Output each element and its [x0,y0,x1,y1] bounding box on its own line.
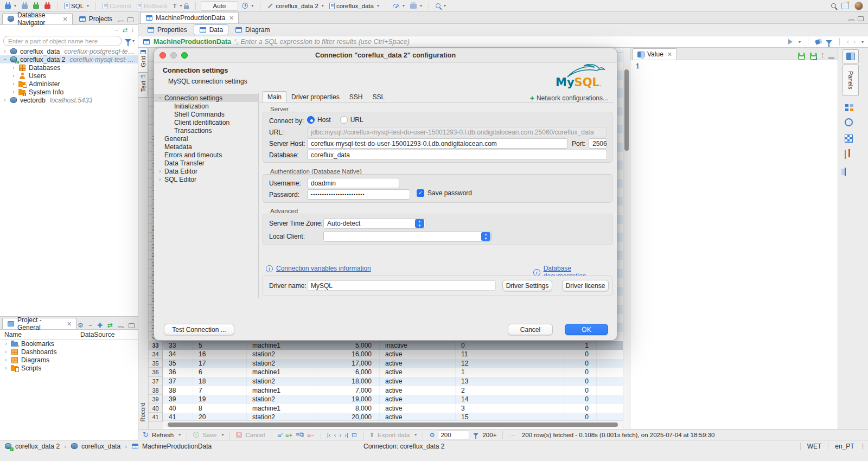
kebab-menu-icon[interactable]: ⁞ [822,52,824,60]
active-database-combo[interactable]: coreflux_data▾ [328,1,381,11]
table-cell[interactable]: 7 [193,386,247,395]
cell-value-text[interactable]: 1 [630,60,838,72]
breadcrumb-item[interactable]: coreflux_data 2 [15,443,60,450]
sql-filter-input[interactable]: Enter a SQL expression to filter results… [240,38,409,46]
server-host-field[interactable]: coreflux-mysql-test-do-user-15001293-0.l… [307,138,567,149]
table-cell[interactable]: active [380,404,456,413]
local-client-select[interactable]: ▲▼ [323,231,492,242]
edit-row-icon[interactable]: ≡⁄ [277,432,282,438]
timezone-indicator[interactable]: WET [800,443,828,450]
subtab-diagram[interactable]: Diagram [229,24,275,35]
table-cell[interactable]: 38 [163,386,193,395]
server-timezone-select[interactable]: Auto-detect▲▼ [323,218,425,229]
close-window-button[interactable] [159,52,166,59]
dialog-tab-ssh[interactable]: SSH [344,91,368,103]
table-cell[interactable]: active [380,359,456,368]
object-filter-input[interactable] [3,36,122,46]
search-button[interactable]: ▾ [434,1,448,11]
table-cell[interactable]: active [380,395,456,404]
tree-chevron-icon[interactable]: › [3,365,9,371]
refresh-button[interactable]: Refresh [152,432,174,438]
minimize-icon[interactable] [118,326,124,328]
commit-button[interactable]: Commit [101,1,133,11]
table-cell[interactable]: station2 [247,395,315,404]
table-cell[interactable]: 0 [564,350,597,359]
maximize-icon[interactable] [129,323,135,328]
fetch-size-input[interactable]: 200 [438,431,469,439]
close-icon[interactable]: ✕ [229,15,234,22]
expand-icon[interactable]: ✚ [97,322,103,329]
new-connection-button[interactable]: ▾ [3,1,18,11]
entity-name[interactable]: MachineProductionData [154,38,231,46]
duplicate-row-icon[interactable]: ≡⧉ [296,431,304,438]
dialog-tab-driver-properties[interactable]: Driver properties [286,91,344,103]
rollback-button[interactable]: Rollback [135,1,169,11]
minimize-icon[interactable] [118,21,124,22]
url-radio[interactable] [340,116,348,124]
table-cell[interactable]: 12 [456,359,564,368]
tree-chevron-icon[interactable]: › [157,95,163,101]
tab-projects[interactable]: Projects [74,13,117,24]
table-cell[interactable]: 0 [564,395,597,404]
dialog-nav-sql-editor[interactable]: ›SQL Editor [154,175,258,183]
password-field[interactable]: •••••••••••••••••••••••• [307,189,410,200]
collapse-icon[interactable]: − [88,322,92,329]
connection-variables-link[interactable]: Connection variables information [276,265,371,272]
dialog-nav-connection-settings[interactable]: ›Connection settings [154,94,258,102]
perspective-button[interactable] [840,1,851,11]
gear-icon[interactable]: ⚙ [78,322,84,329]
tree-item-coreflux-data[interactable]: ›coreflux_datacoreflux-postgresql-test-.… [0,47,138,55]
chevron-down-icon[interactable]: ▾ [799,40,801,44]
table-cell[interactable]: 0 [456,341,564,350]
table-cell[interactable]: active [380,350,456,359]
project-item-dashboards[interactable]: ›Dashboards [0,348,138,356]
close-icon[interactable]: ✕ [67,321,72,328]
gear-icon[interactable]: ⚙ [429,431,435,439]
fetch-more-button[interactable]: 200+ [482,432,496,438]
table-row[interactable]: 3718station218,000active130 [163,377,623,386]
tree-item-administer[interactable]: ›Administer [0,80,138,88]
table-cell[interactable]: 1 [456,368,564,377]
filter-funnel-icon[interactable] [125,39,131,43]
tree-chevron-icon[interactable]: › [2,97,8,103]
table-cell[interactable]: 1 [564,341,597,350]
column-datasource[interactable]: DataSource [80,331,114,338]
grid-vertical-scrollbar[interactable] [623,48,630,429]
minimize-icon[interactable] [848,20,854,21]
tree-item-coreflux-data-2[interactable]: ›coreflux_data 2coreflux-mysql-test-do-u… [0,55,138,63]
host-radio[interactable] [307,116,315,124]
table-row[interactable]: 3416station216,000active110 [163,350,623,359]
record-mode-label[interactable]: Record [139,402,146,421]
scrollbar-thumb[interactable] [168,422,618,427]
row-number[interactable]: 39 [149,395,163,404]
disconnect-button[interactable] [43,1,52,11]
save-value-as-icon[interactable] [810,53,817,60]
table-cell[interactable]: 7,000 [315,386,380,395]
table-cell[interactable]: 3 [456,404,564,413]
forward-icon[interactable]: › [853,38,856,46]
table-cell[interactable]: station2 [247,359,315,368]
table-cell[interactable]: 0 [564,386,597,395]
export-button[interactable]: ▾ [409,1,424,11]
text-view-tab[interactable]: ¶TText [138,73,148,98]
chevron-down-icon[interactable]: ▾ [861,40,864,44]
tree-chevron-icon[interactable]: › [11,81,16,87]
port-field[interactable]: 25060 [589,138,607,149]
next-row-icon[interactable]: › [339,432,341,438]
table-cell[interactable]: active [380,386,456,395]
table-cell[interactable]: 16 [193,350,247,359]
dialog-nav-general[interactable]: General [154,135,258,143]
dialog-nav-data-transfer[interactable]: Data Transfer [154,159,258,167]
tree-chevron-icon[interactable]: › [2,57,8,62]
table-cell[interactable]: 14 [456,395,564,404]
table-cell[interactable]: 36 [163,368,193,377]
tab-value[interactable]: Value✕ [633,48,677,60]
zoom-window-button[interactable] [181,52,188,59]
row-number[interactable]: 40 [149,404,163,413]
row-number[interactable]: 35 [149,359,163,368]
subtab-properties[interactable]: Properties [142,24,193,35]
focus-row-icon[interactable]: ⊡ [352,431,357,439]
project-item-diagrams[interactable]: ›Diagrams [0,356,138,364]
calc-panel-icon[interactable] [845,103,854,113]
table-cell[interactable]: 0 [564,368,597,377]
